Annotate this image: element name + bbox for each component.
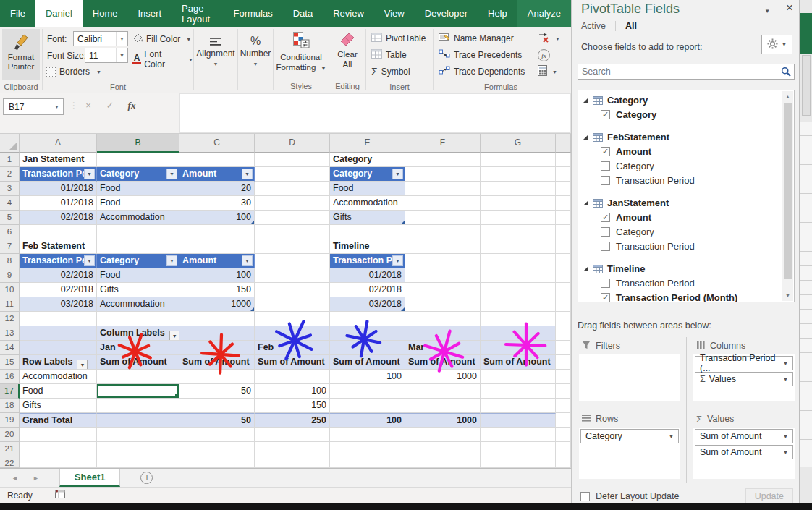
cell-G13[interactable] [481, 326, 556, 341]
field-checkbox[interactable] [601, 176, 610, 185]
ribbon-tab-help[interactable]: Help [478, 0, 517, 27]
enter-button[interactable]: ✓ [103, 100, 117, 111]
cell-F6[interactable] [405, 225, 481, 239]
row-header-18[interactable]: 18 [0, 399, 20, 413]
filter-dropdown-icon[interactable]: ▼ [77, 360, 88, 370]
cell-A18[interactable]: Gifts [20, 399, 97, 413]
ribbon-tab-data[interactable]: Data [283, 0, 323, 27]
ribbon-tab-home[interactable]: Home [83, 0, 128, 27]
table-resize-handle[interactable] [401, 221, 405, 224]
close-icon[interactable]: × [786, 1, 793, 14]
cell-C2[interactable]: Amount▼ [179, 167, 255, 182]
ribbon-tab-review[interactable]: Review [323, 0, 374, 27]
row-header-7[interactable]: 7 [0, 239, 20, 254]
borders-button[interactable]: Borders ▼ [46, 67, 101, 77]
cell-B16[interactable] [97, 370, 179, 384]
scroll-down-icon[interactable]: ▼ [782, 290, 793, 301]
ribbon-tab-developer[interactable]: Developer [415, 0, 478, 27]
cell-B17[interactable] [97, 384, 179, 399]
ribbon-tab-analyze[interactable]: Analyze [517, 0, 571, 27]
cell-F12[interactable] [405, 312, 481, 326]
cell-G20[interactable] [481, 428, 556, 442]
cell-H15[interactable] [556, 355, 571, 370]
cell-H7[interactable] [556, 239, 571, 254]
field-group-category[interactable]: Category [578, 93, 781, 107]
cell-H18[interactable] [556, 399, 571, 413]
chevron-down-icon[interactable]: ▼ [783, 434, 788, 439]
cancel-button[interactable]: × [81, 100, 96, 111]
cell-F19[interactable]: 1000 [405, 413, 481, 428]
cell-E21[interactable] [330, 442, 405, 456]
cell-H12[interactable] [556, 312, 571, 326]
tab-all[interactable]: All [625, 21, 637, 31]
cell-B14[interactable]: Jan [97, 341, 179, 355]
field-item-category[interactable]: ✓Category [578, 107, 781, 122]
cell-G17[interactable] [481, 384, 556, 399]
cell-D4[interactable] [255, 196, 330, 211]
cell-G10[interactable] [481, 283, 556, 297]
cell-D12[interactable] [255, 312, 330, 326]
cell-A6[interactable] [20, 225, 97, 239]
cell-A5[interactable]: 02/2018 [20, 211, 97, 225]
cell-H1[interactable] [556, 153, 571, 167]
row-header-6[interactable]: 6 [0, 225, 20, 239]
cell-D21[interactable] [255, 442, 330, 456]
cell-D7[interactable] [255, 239, 330, 254]
cell-D6[interactable] [255, 225, 330, 239]
cell-C7[interactable] [179, 239, 255, 254]
cell-H20[interactable] [556, 428, 571, 442]
cell-C15[interactable]: Sum of Amount [179, 355, 255, 370]
cell-G15[interactable]: Sum of Amount [481, 355, 556, 370]
cell-F3[interactable] [405, 182, 481, 196]
field-list-scrollbar[interactable]: ▲ ▼ [782, 91, 793, 301]
cell-B12[interactable] [97, 312, 179, 326]
row-header-1[interactable]: 1 [0, 153, 20, 167]
name-manager-button[interactable]: Name Manager [434, 30, 535, 46]
remove-arrows-button[interactable]: ▼ [538, 30, 564, 47]
filter-dropdown-icon[interactable]: ▼ [84, 255, 95, 266]
cell-E9[interactable]: 01/2018 [330, 268, 405, 283]
field-group-janstatement[interactable]: JanStatement [578, 195, 781, 210]
cell-E15[interactable]: Sum of Amount [330, 355, 405, 370]
field-item-category[interactable]: Category [578, 224, 781, 239]
row-header-21[interactable]: 21 [0, 442, 20, 456]
row-header-3[interactable]: 3 [0, 182, 20, 196]
cell-G19[interactable] [481, 413, 556, 428]
cell-C21[interactable] [179, 442, 255, 456]
field-checkbox[interactable] [601, 279, 610, 288]
pane-options-dropdown-icon[interactable]: ▼ [764, 8, 770, 14]
row-header-17[interactable]: 17 [0, 384, 20, 399]
column-header-B[interactable]: B [97, 134, 179, 153]
field-item-transaction-period[interactable]: Transaction Period [578, 173, 781, 187]
area-field-sum-of-amount[interactable]: Sum of Amount▼ [695, 429, 793, 443]
cell-D22[interactable] [255, 456, 330, 468]
row-header-14[interactable]: 14 [0, 341, 20, 355]
cell-B3[interactable]: Food [97, 182, 179, 196]
trace-precedents-button[interactable]: Trace Precedents [434, 46, 535, 63]
cell-D2[interactable] [255, 167, 330, 182]
cell-A4[interactable]: 01/2018 [20, 196, 97, 211]
cell-D1[interactable] [255, 153, 330, 167]
prev-sheet-button[interactable]: ◄ [12, 475, 18, 482]
row-header-10[interactable]: 10 [0, 283, 20, 297]
cell-E4[interactable]: Accommodation [330, 196, 405, 211]
search-icon[interactable] [779, 65, 794, 79]
alignment-group-button[interactable]: Alignment ▼ [194, 27, 237, 93]
cell-G4[interactable] [481, 196, 556, 211]
chevron-down-icon[interactable]: ▼ [669, 434, 674, 439]
row-header-5[interactable]: 5 [0, 211, 20, 225]
cell-A19[interactable]: Grand Total [20, 413, 97, 428]
cell-H5[interactable] [556, 211, 571, 225]
row-header-22[interactable]: 22 [0, 456, 20, 468]
column-header-partial[interactable] [556, 134, 571, 153]
area-field-category[interactable]: Category▼ [580, 429, 679, 443]
cell-G14[interactable] [481, 341, 556, 355]
tab-active[interactable]: Active [581, 21, 616, 31]
cell-G9[interactable] [481, 268, 556, 283]
row-header-2[interactable]: 2 [0, 167, 20, 182]
cell-B8[interactable]: Category▼ [97, 254, 179, 268]
scrollbar-thumb[interactable] [784, 103, 792, 279]
font-size-combobox[interactable]: 11 ▼ [85, 48, 128, 63]
cell-D14[interactable]: Feb [255, 341, 330, 355]
expand-triangle-icon[interactable] [583, 98, 588, 103]
